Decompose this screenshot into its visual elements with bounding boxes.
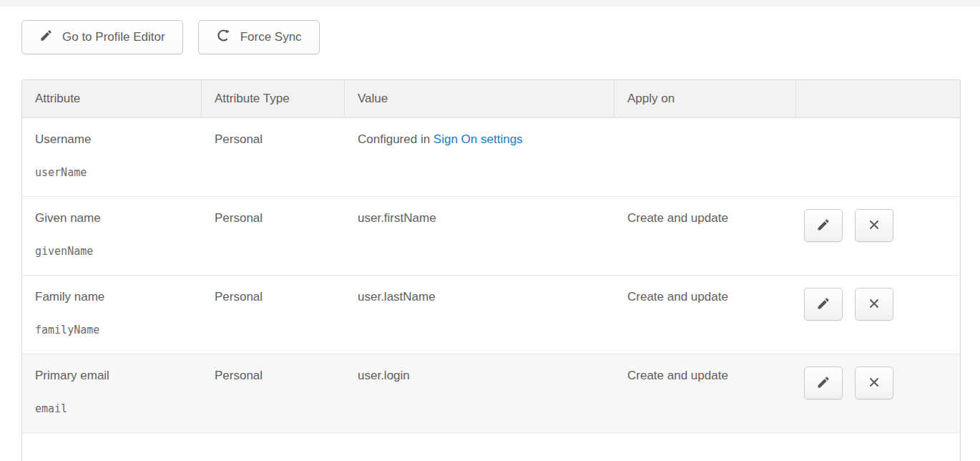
row-actions [804, 209, 960, 242]
refresh-icon [216, 28, 231, 47]
value-text: user.lastName [358, 290, 436, 304]
pencil-icon [816, 296, 830, 313]
attribute-variable-name: email [35, 402, 196, 415]
attribute-type: Personal [215, 369, 339, 383]
close-icon [867, 375, 881, 392]
toolbar: Go to Profile Editor Force Sync [21, 20, 320, 54]
attribute-type: Personal [215, 211, 339, 225]
attribute-label: Family name [35, 290, 196, 304]
table-row: Given name givenName Personal user.first… [22, 197, 960, 276]
pencil-icon [816, 218, 830, 234]
column-header-actions [796, 80, 960, 118]
delete-attribute-button[interactable] [855, 209, 893, 242]
row-actions [804, 288, 960, 321]
delete-attribute-button[interactable] [855, 367, 893, 399]
attribute-value: Configured in Sign On settings [358, 132, 609, 147]
button-label: Force Sync [240, 30, 302, 44]
table-row: Primary email email Personal user.login … [22, 354, 960, 433]
attribute-label: Username [35, 132, 196, 147]
pencil-icon [39, 29, 53, 46]
value-text: Configured in [358, 132, 433, 146]
value-text: user.login [358, 369, 410, 382]
table-header-row: Attribute Attribute Type Value Apply on [22, 80, 960, 118]
edit-attribute-button[interactable] [804, 209, 843, 242]
close-icon [867, 218, 881, 234]
close-icon [867, 296, 881, 313]
sign-on-settings-link[interactable]: Sign On settings [433, 132, 523, 146]
edit-attribute-button[interactable] [804, 288, 843, 321]
attribute-value: user.login [358, 369, 609, 383]
attribute-label: Primary email [35, 369, 196, 383]
column-header-apply-on: Apply on [614, 80, 796, 118]
apply-on: Create and update [627, 369, 790, 383]
table-body: Username userName Personal Configured in… [22, 118, 960, 433]
attribute-type: Personal [215, 132, 339, 147]
table-row: Family name familyName Personal user.las… [22, 276, 960, 354]
go-to-profile-editor-button[interactable]: Go to Profile Editor [21, 20, 183, 54]
attribute-mapping-table: Attribute Attribute Type Value Apply on … [21, 79, 961, 461]
attribute-variable-name: familyName [35, 324, 196, 336]
table-row: Username userName Personal Configured in… [22, 118, 960, 197]
value-text: user.firstName [358, 211, 436, 225]
attribute-value: user.firstName [358, 211, 609, 225]
attribute-value: user.lastName [358, 290, 609, 304]
column-header-value: Value [345, 80, 614, 118]
force-sync-button[interactable]: Force Sync [198, 20, 320, 54]
column-header-attribute: Attribute [22, 80, 202, 118]
edit-attribute-button[interactable] [804, 367, 843, 399]
pencil-icon [816, 375, 830, 392]
row-actions [804, 367, 960, 399]
apply-on: Create and update [627, 211, 790, 225]
column-header-attribute-type: Attribute Type [202, 80, 345, 118]
delete-attribute-button[interactable] [855, 288, 893, 321]
attribute-type: Personal [215, 290, 339, 304]
attribute-variable-name: givenName [35, 245, 196, 258]
attribute-variable-name: userName [35, 166, 196, 179]
attribute-label: Given name [35, 211, 196, 225]
button-label: Go to Profile Editor [62, 30, 165, 44]
top-strip [0, 0, 980, 6]
apply-on: Create and update [627, 290, 790, 304]
